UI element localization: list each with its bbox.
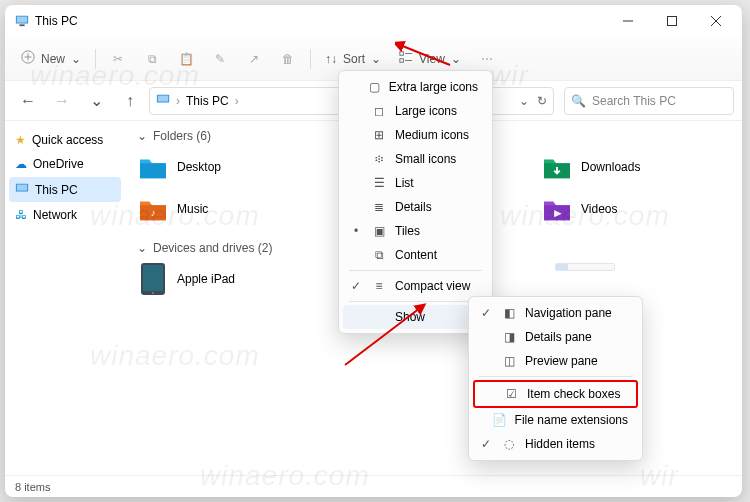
navigation-pane-icon: ◧ (501, 306, 517, 320)
menu-item-list[interactable]: ☰List (343, 171, 488, 195)
check-icon: ✓ (479, 437, 493, 451)
svg-rect-20 (143, 265, 163, 291)
cut-button[interactable]: ✂ (102, 43, 134, 75)
paste-icon: 📋 (179, 52, 194, 66)
refresh-button[interactable]: ↻ (537, 94, 547, 108)
delete-button[interactable]: 🗑 (272, 43, 304, 75)
device-ipad[interactable]: Apple iPad (137, 263, 235, 295)
dropdown-icon[interactable]: ⌄ (519, 94, 529, 108)
menu-item-navigation-pane[interactable]: ✓◧Navigation pane (473, 301, 638, 325)
sidebar-item-quick-access[interactable]: ★ Quick access (9, 129, 121, 151)
chevron-down-icon: ⌄ (137, 241, 147, 255)
folder-desktop[interactable]: Desktop (137, 151, 221, 183)
minimize-button[interactable] (606, 5, 650, 37)
folder-videos[interactable]: Videos (541, 193, 640, 225)
forward-button[interactable]: → (47, 86, 77, 116)
chevron-down-icon: ⌄ (451, 52, 461, 66)
up-button[interactable]: ↑ (115, 86, 145, 116)
status-bar: 8 items (5, 475, 742, 497)
rename-button[interactable]: ✎ (204, 43, 236, 75)
downloads-folder-icon (541, 151, 573, 183)
storage-bar (555, 263, 615, 271)
bullet-icon: • (349, 224, 363, 238)
rename-icon: ✎ (215, 52, 225, 66)
sidebar-item-this-pc[interactable]: This PC (9, 177, 121, 202)
folder-music[interactable]: ♪ Music (137, 193, 221, 225)
show-submenu: ✓◧Navigation pane ◨Details pane ◫Preview… (468, 296, 643, 461)
menu-item-details[interactable]: ≣Details (343, 195, 488, 219)
search-field[interactable]: 🔍 Search This PC (564, 87, 734, 115)
music-folder-icon: ♪ (137, 193, 169, 225)
plus-circle-icon (21, 50, 35, 67)
menu-item-content[interactable]: ⧉Content (343, 243, 488, 267)
extra-large-icons-icon: ▢ (368, 80, 381, 94)
trash-icon: 🗑 (282, 52, 294, 66)
sidebar-item-network[interactable]: 🖧 Network (9, 204, 121, 226)
this-pc-icon (15, 13, 29, 30)
navigation-pane: ★ Quick access ☁ OneDrive This PC 🖧 Netw… (5, 121, 125, 475)
more-icon: ⋯ (481, 52, 493, 66)
device-drive[interactable] (555, 263, 615, 271)
paste-button[interactable]: 📋 (170, 43, 202, 75)
cloud-icon: ☁ (15, 157, 27, 171)
menu-item-medium-icons[interactable]: ⊞Medium icons (343, 123, 488, 147)
sidebar-item-onedrive[interactable]: ☁ OneDrive (9, 153, 121, 175)
menu-item-hidden-items[interactable]: ✓◌Hidden items (473, 432, 638, 456)
list-icon: ☰ (371, 176, 387, 190)
cut-icon: ✂ (113, 52, 123, 66)
ipad-icon (137, 263, 169, 295)
menu-item-extra-large-icons[interactable]: ▢Extra large icons (343, 75, 488, 99)
copy-button[interactable]: ⧉ (136, 43, 168, 75)
svg-rect-1 (17, 16, 28, 22)
sort-icon: ↑↓ (325, 52, 337, 66)
menu-item-item-check-boxes[interactable]: ☑Item check boxes (473, 380, 638, 408)
svg-rect-15 (158, 96, 169, 102)
chevron-down-icon: ⌄ (371, 52, 381, 66)
new-button[interactable]: New ⌄ (13, 43, 89, 75)
compact-icon: ≡ (371, 279, 387, 293)
file-ext-icon: 📄 (492, 413, 507, 427)
menu-item-preview-pane[interactable]: ◫Preview pane (473, 349, 638, 373)
svg-rect-17 (17, 185, 28, 191)
window-title: This PC (35, 14, 78, 28)
preview-pane-icon: ◫ (501, 354, 517, 368)
menu-item-small-icons[interactable]: ፨Small icons (343, 147, 488, 171)
share-button[interactable]: ↗ (238, 43, 270, 75)
breadcrumb-chevron: › (235, 94, 239, 108)
folder-icon (137, 151, 169, 183)
share-icon: ↗ (249, 52, 259, 66)
menu-item-show[interactable]: Show› (343, 305, 488, 329)
close-button[interactable] (694, 5, 738, 37)
menu-item-details-pane[interactable]: ◨Details pane (473, 325, 638, 349)
details-pane-icon: ◨ (501, 330, 517, 344)
medium-icons-icon: ⊞ (371, 128, 387, 142)
svg-point-21 (152, 292, 154, 294)
breadcrumb-chevron: › (176, 94, 180, 108)
checkbox-icon: ☑ (503, 387, 519, 401)
maximize-button[interactable] (650, 5, 694, 37)
network-icon: 🖧 (15, 208, 27, 222)
menu-item-large-icons[interactable]: ◻Large icons (343, 99, 488, 123)
folder-downloads[interactable]: Downloads (541, 151, 640, 183)
copy-icon: ⧉ (148, 52, 157, 66)
hidden-icon: ◌ (501, 437, 517, 451)
breadcrumb[interactable]: This PC (186, 94, 229, 108)
svg-rect-10 (400, 52, 404, 56)
status-text: 8 items (15, 481, 50, 493)
chevron-down-icon: ⌄ (137, 129, 147, 143)
titlebar: This PC (5, 5, 742, 37)
svg-rect-11 (400, 59, 404, 63)
details-icon: ≣ (371, 200, 387, 214)
check-icon: ✓ (479, 306, 493, 320)
window-controls (606, 5, 738, 37)
star-icon: ★ (15, 133, 26, 147)
view-menu: ▢Extra large icons ◻Large icons ⊞Medium … (338, 70, 493, 334)
large-icons-icon: ◻ (371, 104, 387, 118)
recent-locations-button[interactable]: ⌄ (81, 86, 111, 116)
view-icon (399, 50, 413, 67)
back-button[interactable]: ← (13, 86, 43, 116)
menu-item-file-name-extensions[interactable]: 📄File name extensions (473, 408, 638, 432)
menu-item-compact-view[interactable]: ✓≡Compact view (343, 274, 488, 298)
check-icon: ✓ (349, 279, 363, 293)
menu-item-tiles[interactable]: •▣Tiles (343, 219, 488, 243)
